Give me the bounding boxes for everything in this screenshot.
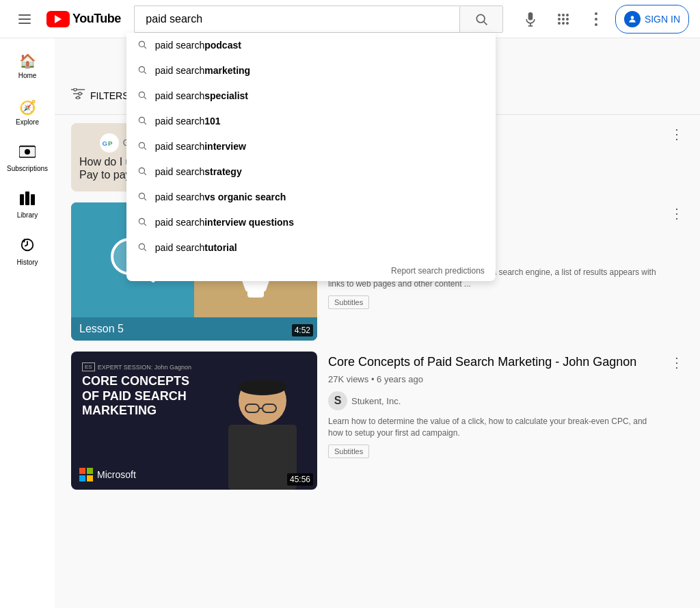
autocomplete-item-specialist[interactable]: paid search specialist [126,83,496,109]
autocomplete-bold-6: strategy [204,166,241,177]
report-predictions-link[interactable]: Report search predictions [126,261,496,281]
thumbnail-core-concepts[interactable]: ES EXPERT SESSION: John Gagnon CORE CONC… [71,352,317,490]
lesson-text: Lesson 5 [79,323,124,335]
more-button[interactable] [582,5,610,33]
svg-point-51 [79,92,81,95]
autocomplete-item-podcast[interactable]: paid search podcast [126,33,496,58]
autocomplete-bold-8: interview questions [204,217,294,228]
autocomplete-bold-5: interview [204,141,246,152]
search-small-icon-6 [137,166,147,178]
header-left: YouTube [11,5,121,33]
autocomplete-item-interview-questions[interactable]: paid search interview questions [126,210,496,235]
more-options-icon-2[interactable]: ⋮ [670,354,684,490]
sidebar-item-home[interactable]: 🏠 Home [2,44,53,88]
svg-point-34 [566,22,569,25]
autocomplete-prefix-7: paid search [155,191,204,202]
svg-rect-1 [18,18,31,20]
apps-icon [556,12,570,26]
autocomplete-item-tutorial[interactable]: paid search tutorial [126,235,496,261]
svg-rect-0 [18,14,31,16]
svg-line-6 [144,46,146,48]
autocomplete-prefix-6: paid search [155,166,204,177]
sidebar: 🏠 Home 🧭 Explore Subscriptions Library [0,38,55,608]
svg-point-5 [139,41,144,47]
svg-point-27 [562,14,565,16]
microsoft-text: Microsoft [97,469,136,480]
expert-badge: ES [82,362,95,371]
svg-point-37 [595,23,597,26]
sign-in-button[interactable]: SIGN IN [615,5,689,34]
svg-point-33 [562,22,565,25]
svg-point-26 [558,14,561,16]
svg-point-28 [566,14,569,16]
youtube-logo[interactable]: YouTube [46,11,121,27]
svg-rect-2 [18,23,31,24]
svg-line-10 [144,96,146,98]
subtitles-badge-2: Subtitles [328,445,369,458]
expert-session-label: EXPERT SESSION: John Gagnon [98,364,191,371]
header-right: SIGN IN [517,5,689,34]
search-small-icon [137,40,147,51]
svg-point-30 [562,18,565,21]
search-button[interactable] [459,5,503,33]
autocomplete-prefix-8: paid search [155,217,204,228]
svg-line-16 [144,172,146,174]
svg-point-42 [25,149,30,155]
mic-button[interactable] [517,5,544,33]
filters-label[interactable]: FILTERS [90,90,129,101]
autocomplete-dropdown: paid search podcast paid search marketin… [126,33,496,281]
video-meta-2: 27K views • 6 years ago [328,374,659,384]
svg-line-22 [144,248,146,250]
svg-point-32 [558,22,561,25]
svg-point-17 [139,193,144,198]
svg-rect-41 [20,145,35,147]
autocomplete-item-marketing[interactable]: paid search marketing [126,58,496,83]
autocomplete-bold: podcast [204,40,241,51]
channel-avatar-2: S [328,391,347,410]
svg-point-21 [139,243,144,249]
video-title-2[interactable]: Core Concepts of Paid Search Marketing -… [328,354,659,370]
filter-icon [71,88,85,103]
autocomplete-item-101[interactable]: paid search 101 [126,109,496,134]
explore-icon: 🧭 [19,99,36,116]
svg-point-38 [631,16,634,19]
search-input[interactable]: paid search [134,5,459,33]
svg-rect-44 [25,191,29,205]
svg-point-9 [139,92,144,97]
svg-point-3 [477,14,485,23]
svg-point-7 [139,66,144,72]
autocomplete-item-vs-organic[interactable]: paid search vs organic search [126,185,496,210]
channel-name-2[interactable]: Stukent, Inc. [351,396,401,406]
svg-line-18 [144,198,146,200]
sidebar-item-history[interactable]: History [2,230,53,274]
sidebar-label-subscriptions: Subscriptions [7,165,48,172]
autocomplete-item-strategy[interactable]: paid search strategy [126,159,496,185]
svg-line-4 [484,21,487,25]
video-info-2: Core Concepts of Paid Search Marketing -… [328,352,659,490]
more-options-icon-partial[interactable]: ⋮ [670,126,684,191]
autocomplete-bold-9: tutorial [204,242,237,253]
svg-point-11 [139,117,144,122]
svg-line-14 [144,147,146,149]
age-2: 6 years ago [377,374,423,384]
svg-point-52 [77,96,79,99]
sidebar-label-home: Home [18,72,37,79]
sidebar-label-explore: Explore [16,118,39,126]
sidebar-item-explore[interactable]: 🧭 Explore [2,90,53,134]
apps-button[interactable] [550,5,577,33]
search-small-icon-2 [137,65,147,77]
youtube-text: YouTube [72,12,121,26]
svg-point-50 [74,88,77,91]
search-small-icon-7 [137,191,147,203]
autocomplete-item-interview[interactable]: paid search interview [126,134,496,159]
svg-line-8 [144,71,146,73]
library-icon [20,191,35,209]
more-options-icon-1[interactable]: ⋮ [670,205,684,341]
search-container: paid search paid search podcast pai [126,5,511,33]
menu-button[interactable] [11,5,38,33]
sign-in-avatar [624,11,641,27]
sidebar-item-subscriptions[interactable]: Subscriptions [2,137,53,181]
sidebar-item-library[interactable]: Library [2,183,53,227]
autocomplete-prefix-5: paid search [155,141,204,152]
svg-point-36 [595,18,597,21]
